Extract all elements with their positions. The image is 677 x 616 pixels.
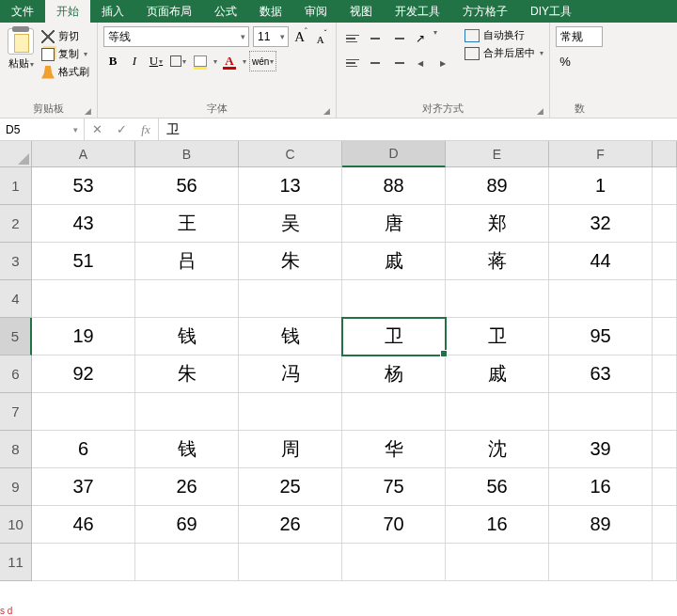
- cell-F4[interactable]: [549, 280, 653, 318]
- expand-icon[interactable]: ◢: [323, 106, 330, 116]
- expand-icon[interactable]: ◢: [85, 106, 91, 116]
- cell-B6[interactable]: 朱: [135, 355, 239, 393]
- cell-F1[interactable]: 1: [549, 167, 653, 205]
- cell-E4[interactable]: [446, 280, 549, 318]
- cell-B4[interactable]: [135, 280, 239, 318]
- font-color-button[interactable]: A: [220, 51, 239, 71]
- align-bottom-button[interactable]: [387, 28, 408, 49]
- cell-F11[interactable]: [549, 544, 653, 581]
- paste-button[interactable]: 粘贴▾: [8, 56, 34, 71]
- decrease-font-button[interactable]: A: [313, 27, 330, 46]
- cell-C5[interactable]: 钱: [239, 318, 342, 355]
- increase-indent-button[interactable]: [433, 53, 453, 73]
- cell-C3[interactable]: 朱: [239, 243, 342, 280]
- cell-A7[interactable]: [32, 393, 135, 431]
- cell-E5[interactable]: 卫: [446, 318, 549, 355]
- insert-function-button[interactable]: fx: [134, 122, 158, 137]
- cell-B9[interactable]: 26: [135, 468, 239, 506]
- cell-A8[interactable]: 6: [32, 431, 135, 468]
- col-header-E[interactable]: E: [446, 141, 549, 167]
- align-top-button[interactable]: [342, 28, 363, 49]
- cell-E3[interactable]: 蒋: [446, 243, 549, 280]
- cell-C1[interactable]: 13: [239, 167, 342, 205]
- fill-color-button[interactable]: [191, 51, 210, 71]
- align-center-button[interactable]: [365, 53, 386, 73]
- cell-G3[interactable]: [653, 243, 677, 280]
- tab-home[interactable]: 开始: [45, 0, 90, 23]
- cell-C2[interactable]: 吴: [239, 205, 342, 243]
- cell-A2[interactable]: 43: [32, 205, 135, 243]
- col-header-C[interactable]: C: [239, 141, 342, 167]
- cell-C7[interactable]: [239, 393, 342, 431]
- cell-C11[interactable]: [239, 544, 342, 581]
- cell-G4[interactable]: [653, 280, 677, 318]
- accept-formula-button[interactable]: ✓: [109, 122, 134, 136]
- row-header-10[interactable]: 10: [0, 506, 32, 544]
- cell-F8[interactable]: 39: [549, 431, 653, 468]
- cell-D10[interactable]: 70: [342, 506, 446, 544]
- tab-view[interactable]: 视图: [338, 0, 384, 23]
- tab-diy[interactable]: DIY工具: [519, 0, 583, 23]
- cell-F2[interactable]: 32: [549, 205, 653, 243]
- tab-review[interactable]: 审阅: [293, 0, 338, 23]
- phonetic-button[interactable]: wén▾: [249, 51, 276, 71]
- cell-B8[interactable]: 钱: [135, 431, 239, 468]
- cell-E11[interactable]: [446, 544, 549, 581]
- cell-D2[interactable]: 唐: [342, 205, 446, 243]
- cell-F9[interactable]: 16: [549, 468, 653, 506]
- cell-B1[interactable]: 56: [135, 167, 239, 205]
- cell-C6[interactable]: 冯: [239, 355, 342, 393]
- copy-button[interactable]: 复制▾: [39, 46, 91, 62]
- cell-E9[interactable]: 56: [446, 468, 549, 506]
- format-painter-button[interactable]: 格式刷: [39, 64, 91, 80]
- cell-D6[interactable]: 杨: [342, 355, 446, 393]
- cell-F7[interactable]: [549, 393, 653, 431]
- cell-E2[interactable]: 郑: [446, 205, 549, 243]
- cell-D7[interactable]: [342, 393, 446, 431]
- tab-dev[interactable]: 开发工具: [384, 0, 451, 23]
- cell-F5[interactable]: 95: [549, 318, 653, 355]
- cell-G5[interactable]: [653, 318, 677, 355]
- cell-G2[interactable]: [653, 205, 677, 243]
- italic-button[interactable]: I: [125, 51, 144, 71]
- expand-icon[interactable]: ◢: [537, 106, 543, 116]
- cell-A11[interactable]: [32, 544, 135, 581]
- paste-icon[interactable]: [8, 28, 34, 55]
- cell-A5[interactable]: 19: [32, 318, 135, 355]
- row-header-8[interactable]: 8: [0, 431, 32, 468]
- align-left-button[interactable]: [342, 53, 363, 73]
- cell-F6[interactable]: 63: [549, 355, 653, 393]
- decrease-indent-button[interactable]: [410, 53, 431, 73]
- cell-D5[interactable]: 卫: [342, 318, 446, 355]
- cell-G7[interactable]: [653, 393, 677, 431]
- cell-E6[interactable]: 戚: [446, 355, 549, 393]
- cell-C10[interactable]: 26: [239, 506, 342, 544]
- cell-B11[interactable]: [135, 544, 239, 581]
- cell-B10[interactable]: 69: [135, 506, 239, 544]
- row-header-1[interactable]: 1: [0, 167, 32, 205]
- border-button[interactable]: ▾: [168, 51, 188, 71]
- number-format-select[interactable]: 常规: [556, 26, 603, 47]
- tab-file[interactable]: 文件: [0, 0, 45, 23]
- row-header-3[interactable]: 3: [0, 243, 32, 280]
- cut-button[interactable]: 剪切: [39, 28, 91, 44]
- select-all-corner[interactable]: [0, 141, 32, 167]
- formula-input[interactable]: 卫: [159, 118, 677, 140]
- increase-font-button[interactable]: A: [292, 27, 309, 46]
- tab-data[interactable]: 数据: [248, 0, 293, 23]
- cell-B5[interactable]: 钱: [135, 318, 239, 355]
- cell-G1[interactable]: [653, 167, 677, 205]
- cell-D1[interactable]: 88: [342, 167, 446, 205]
- cell-G8[interactable]: [653, 431, 677, 468]
- col-header-D[interactable]: D: [342, 141, 446, 167]
- cell-B2[interactable]: 王: [135, 205, 239, 243]
- cell-E10[interactable]: 16: [446, 506, 549, 544]
- tab-layout[interactable]: 页面布局: [135, 0, 203, 23]
- col-header-A[interactable]: A: [32, 141, 135, 167]
- underline-button[interactable]: U▾: [147, 51, 165, 71]
- cell-G11[interactable]: [653, 544, 677, 581]
- tab-insert[interactable]: 插入: [90, 0, 135, 23]
- tab-ffgz[interactable]: 方方格子: [451, 0, 519, 23]
- cell-A4[interactable]: [32, 280, 135, 318]
- align-right-button[interactable]: [387, 53, 408, 73]
